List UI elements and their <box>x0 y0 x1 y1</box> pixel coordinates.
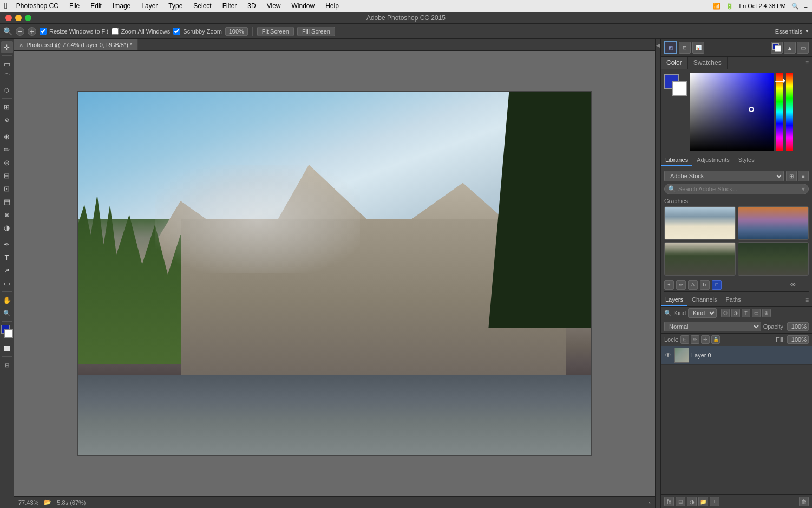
tool-dodge[interactable]: ◑ <box>1 222 13 233</box>
layer-comps-icon[interactable]: ⊟ <box>679 42 691 54</box>
tool-history-brush[interactable]: ⊟ <box>1 170 13 181</box>
menu-window[interactable]: Window <box>290 2 317 10</box>
menu-filter[interactable]: Filter <box>220 2 239 10</box>
minimize-button[interactable] <box>15 15 22 21</box>
color-adjust-icon[interactable]: ◩ <box>664 41 677 54</box>
fill-input[interactable] <box>787 335 809 344</box>
library-select[interactable]: Adobe Stock <box>664 171 784 181</box>
menu-3d[interactable]: 3D <box>245 2 258 10</box>
collapse-handle[interactable]: ◀ <box>655 39 660 508</box>
resize-windows-checkbox[interactable] <box>40 28 47 35</box>
bg-color-panel[interactable] <box>672 81 687 96</box>
lock-position-icon[interactable]: ✛ <box>701 335 710 344</box>
tab-layers[interactable]: Layers <box>661 294 687 306</box>
tool-crop[interactable]: ⊞ <box>1 101 13 113</box>
new-group-icon[interactable]: 📁 <box>698 497 708 506</box>
new-layer-icon[interactable]: + <box>710 497 719 506</box>
tool-brush[interactable]: ✏ <box>1 144 13 155</box>
filter-adjustment-icon[interactable]: ◑ <box>731 309 740 317</box>
graphic-thumb-2[interactable] <box>738 206 809 240</box>
tool-pen[interactable]: ✒ <box>1 238 13 250</box>
tool-clone-stamp[interactable]: ⊜ <box>1 157 13 168</box>
zoom-all-label[interactable]: Zoom All Windows <box>112 28 170 35</box>
background-color[interactable] <box>4 329 13 338</box>
tab-close[interactable]: × <box>19 42 23 48</box>
maximize-button[interactable] <box>25 15 31 21</box>
zoom-all-checkbox[interactable] <box>112 28 119 35</box>
tab-paths[interactable]: Paths <box>722 294 745 306</box>
lock-all-icon[interactable]: 🔒 <box>711 335 720 344</box>
spotlight-icon[interactable]: 🔍 <box>791 3 799 10</box>
lib-add-icon[interactable]: + <box>664 280 674 290</box>
search-dropdown-icon[interactable]: ▾ <box>802 185 805 193</box>
essentials-dropdown-icon[interactable]: ▾ <box>806 28 809 35</box>
tool-eyedropper[interactable]: ⊘ <box>1 114 13 126</box>
resize-windows-label[interactable]: Resize Windows to Fit <box>40 28 108 35</box>
add-link-icon[interactable]: fx <box>664 497 674 506</box>
menu-type[interactable]: Type <box>166 2 185 10</box>
document-icon[interactable]: 📂 <box>44 499 51 506</box>
fit-screen-button[interactable]: Fit Screen <box>257 27 294 36</box>
lock-transparency-icon[interactable]: ⊟ <box>680 335 689 344</box>
library-search-input[interactable] <box>678 186 754 192</box>
blend-mode-select[interactable]: Normal <box>664 322 761 331</box>
zoom-in-icon[interactable]: + <box>28 27 36 36</box>
menu-select[interactable]: Select <box>191 2 213 10</box>
rect-outline-icon[interactable]: ▭ <box>797 42 809 54</box>
color-panel-menu[interactable]: ≡ <box>802 57 812 69</box>
tool-hand[interactable]: ✋ <box>1 294 13 306</box>
triangle-icon[interactable]: ▲ <box>784 42 796 54</box>
graphic-thumb-1[interactable] <box>664 206 736 240</box>
close-button[interactable] <box>5 15 12 21</box>
tool-quick-mask[interactable]: ⬜ <box>1 342 13 354</box>
tool-gradient[interactable]: ▤ <box>1 196 13 207</box>
scrubby-zoom-label[interactable]: Scrubby Zoom <box>173 28 222 35</box>
lib-square-icon[interactable]: □ <box>712 280 722 290</box>
lib-fx-icon[interactable]: fx <box>700 280 710 290</box>
lock-pixels-icon[interactable]: ✏ <box>691 335 699 344</box>
zoom-value-input[interactable] <box>225 27 248 36</box>
filter-smart-icon[interactable]: ⊕ <box>762 309 771 317</box>
tool-zoom[interactable]: 🔍 <box>1 307 13 319</box>
tab-color[interactable]: Color <box>661 57 688 69</box>
apple-menu[interactable]:  <box>4 1 8 11</box>
lib-menu-icon[interactable]: ≡ <box>799 280 809 290</box>
tool-eraser[interactable]: ⊡ <box>1 183 13 194</box>
tab-libraries[interactable]: Libraries <box>661 154 692 166</box>
scrubby-zoom-checkbox[interactable] <box>173 28 180 35</box>
layer-row[interactable]: 👁 Layer 0 <box>661 346 812 365</box>
tool-quick-select[interactable]: ⬡ <box>1 84 13 96</box>
graphic-thumb-3[interactable] <box>664 242 736 276</box>
new-fill-icon[interactable]: ◑ <box>687 497 697 506</box>
lib-brush-icon[interactable]: ✏ <box>676 280 686 290</box>
lib-grid-view[interactable]: ⊞ <box>786 171 797 181</box>
tool-healing-brush[interactable]: ⊕ <box>1 131 13 142</box>
menu-layer[interactable]: Layer <box>139 2 160 10</box>
menu-photoshop[interactable]: Photoshop CC <box>14 2 61 10</box>
tab-swatches[interactable]: Swatches <box>688 57 728 69</box>
gradient-picker[interactable] <box>690 73 774 151</box>
tab-styles[interactable]: Styles <box>734 154 759 166</box>
graphic-thumb-4[interactable] <box>738 242 809 276</box>
delete-layer-icon[interactable]: 🗑 <box>799 497 809 506</box>
status-arrow[interactable]: › <box>649 499 651 506</box>
filter-shape-icon[interactable]: ▭ <box>752 309 761 317</box>
tool-blur[interactable]: ⊠ <box>1 209 13 220</box>
document-tab[interactable]: × Photo.psd @ 77.4% (Layer 0, RGB/8*) * <box>14 39 138 50</box>
opacity-input[interactable] <box>787 322 809 331</box>
tool-lasso[interactable]: ⌒ <box>1 71 13 83</box>
layer-visibility-toggle[interactable]: 👁 <box>664 351 672 359</box>
fg-bg-mini[interactable] <box>771 42 783 54</box>
fill-screen-button[interactable]: Fill Screen <box>297 27 335 36</box>
zoom-tool-icon[interactable]: 🔍 <box>3 27 12 36</box>
menu-view[interactable]: View <box>265 2 283 10</box>
menu-edit[interactable]: Edit <box>88 2 104 10</box>
lib-text-icon[interactable]: A <box>688 280 698 290</box>
filter-type-icon[interactable]: T <box>742 309 750 317</box>
zoom-out-icon[interactable]: − <box>16 27 24 36</box>
kind-select[interactable]: Kind <box>688 308 717 318</box>
filter-pixel-icon[interactable]: ⬡ <box>721 309 730 317</box>
canvas-viewport[interactable] <box>14 51 655 496</box>
menu-file[interactable]: File <box>67 2 82 10</box>
tool-rect-select[interactable]: ▭ <box>1 58 13 70</box>
